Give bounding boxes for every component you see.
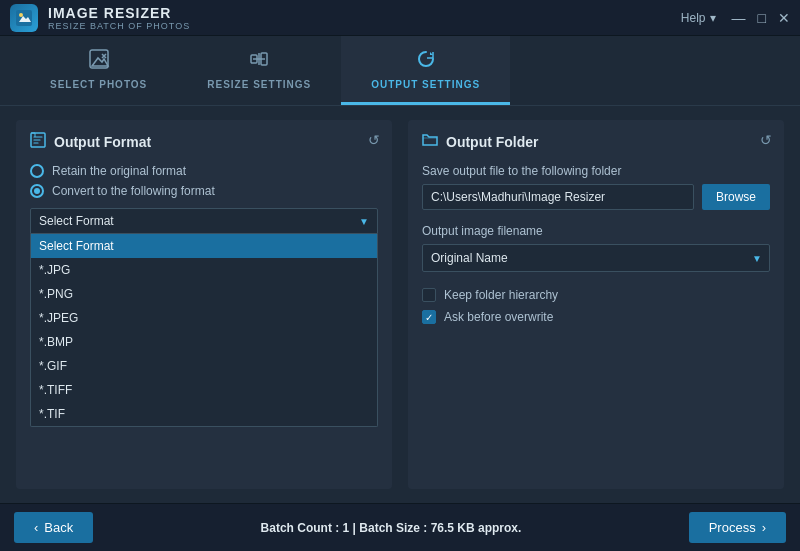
window-controls: — □ ✕ xyxy=(732,11,790,25)
output-folder-icon xyxy=(422,132,438,152)
convert-format-radio-circle xyxy=(30,184,44,198)
ask-overwrite-label: Ask before overwrite xyxy=(444,310,553,324)
help-button[interactable]: Help ▾ xyxy=(681,11,716,25)
filename-dropdown[interactable]: Original Name Custom Name Sequential xyxy=(422,244,770,272)
batch-count-prefix: Batch Count : xyxy=(261,521,343,535)
minimize-button[interactable]: — xyxy=(732,11,746,25)
filename-label: Output image filename xyxy=(422,224,770,238)
step-select-photos[interactable]: SELECT PHOTOS xyxy=(20,36,177,105)
output-folder-title: Output Folder xyxy=(446,134,539,150)
format-option-bmp[interactable]: *.BMP xyxy=(31,330,377,354)
output-settings-icon xyxy=(415,48,437,75)
ask-overwrite-checkbox[interactable]: ✓ Ask before overwrite xyxy=(422,310,770,324)
format-option-jpeg[interactable]: *.JPEG xyxy=(31,306,377,330)
step-select-photos-label: SELECT PHOTOS xyxy=(50,79,147,90)
convert-format-radio[interactable]: Convert to the following format xyxy=(30,184,378,198)
retain-format-label: Retain the original format xyxy=(52,164,186,178)
process-button[interactable]: Process › xyxy=(689,512,786,543)
process-label: Process xyxy=(709,520,756,535)
checkbox-group: Keep folder hierarchy ✓ Ask before overw… xyxy=(422,288,770,324)
keep-hierarchy-checkbox-box xyxy=(422,288,436,302)
step-resize-settings[interactable]: RESIZE SETTINGS xyxy=(177,36,341,105)
output-format-panel: Output Format ↺ Retain the original form… xyxy=(16,120,392,489)
folder-path-input[interactable] xyxy=(422,184,694,210)
help-chevron: ▾ xyxy=(710,11,716,25)
output-folder-panel: Output Folder ↺ Save output file to the … xyxy=(408,120,784,489)
app-subtitle: RESIZE BATCH OF PHOTOS xyxy=(48,21,190,31)
format-dropdown-arrow: ▼ xyxy=(359,216,369,227)
format-option-jpg[interactable]: *.JPG xyxy=(31,258,377,282)
output-format-refresh-button[interactable]: ↺ xyxy=(368,132,380,148)
output-folder-refresh-button[interactable]: ↺ xyxy=(760,132,772,148)
format-option-select[interactable]: Select Format xyxy=(31,234,377,258)
maximize-button[interactable]: □ xyxy=(758,11,766,25)
main-content: Output Format ↺ Retain the original form… xyxy=(0,106,800,503)
svg-point-1 xyxy=(19,13,23,17)
step-output-settings-label: OUTPUT SETTINGS xyxy=(371,79,480,90)
app-icon xyxy=(10,4,38,32)
back-label: Back xyxy=(44,520,73,535)
filename-dropdown-container: Original Name Custom Name Sequential ▼ xyxy=(422,244,770,272)
format-option-tif[interactable]: *.TIF xyxy=(31,402,377,426)
select-photos-icon xyxy=(88,48,110,75)
output-format-title: Output Format xyxy=(54,134,151,150)
ask-overwrite-checkbox-box: ✓ xyxy=(422,310,436,324)
batch-size-prefix: | Batch Size : xyxy=(349,521,430,535)
browse-button[interactable]: Browse xyxy=(702,184,770,210)
format-dropdown-container: Select Format ▼ Select Format *.JPG *.PN… xyxy=(30,208,378,427)
format-dropdown-value: Select Format xyxy=(39,214,349,228)
steps-navigation: SELECT PHOTOS RESIZE SETTINGS OUTPUT SET… xyxy=(0,36,800,106)
app-title: IMAGE RESIZER xyxy=(48,5,190,21)
format-radio-group: Retain the original format Convert to th… xyxy=(30,164,378,198)
format-option-tiff[interactable]: *.TIFF xyxy=(31,378,377,402)
back-arrow: ‹ xyxy=(34,520,38,535)
retain-format-radio[interactable]: Retain the original format xyxy=(30,164,378,178)
back-button[interactable]: ‹ Back xyxy=(14,512,93,543)
titlebar-text: IMAGE RESIZER RESIZE BATCH OF PHOTOS xyxy=(48,5,190,31)
titlebar: IMAGE RESIZER RESIZE BATCH OF PHOTOS Hel… xyxy=(0,0,800,36)
folder-input-row: Browse xyxy=(422,184,770,210)
keep-hierarchy-checkbox[interactable]: Keep folder hierarchy xyxy=(422,288,770,302)
help-label: Help xyxy=(681,11,706,25)
retain-format-radio-circle xyxy=(30,164,44,178)
step-resize-settings-label: RESIZE SETTINGS xyxy=(207,79,311,90)
titlebar-right: Help ▾ — □ ✕ xyxy=(681,11,790,25)
bottom-bar: ‹ Back Batch Count : 1 | Batch Size : 76… xyxy=(0,503,800,551)
batch-size: 76.5 KB approx. xyxy=(431,521,522,535)
batch-info: Batch Count : 1 | Batch Size : 76.5 KB a… xyxy=(261,521,522,535)
format-option-png[interactable]: *.PNG xyxy=(31,282,377,306)
titlebar-left: IMAGE RESIZER RESIZE BATCH OF PHOTOS xyxy=(10,4,190,32)
output-folder-header: Output Folder xyxy=(422,132,770,152)
keep-hierarchy-label: Keep folder hierarchy xyxy=(444,288,558,302)
convert-format-label: Convert to the following format xyxy=(52,184,215,198)
output-format-header: Output Format xyxy=(30,132,378,152)
step-output-settings[interactable]: OUTPUT SETTINGS xyxy=(341,36,510,105)
close-button[interactable]: ✕ xyxy=(778,11,790,25)
resize-settings-icon xyxy=(248,48,270,75)
format-option-gif[interactable]: *.GIF xyxy=(31,354,377,378)
output-format-icon xyxy=(30,132,46,152)
save-folder-label: Save output file to the following folder xyxy=(422,164,770,178)
format-dropdown-list: Select Format *.JPG *.PNG *.JPEG *.BMP *… xyxy=(30,234,378,427)
process-arrow: › xyxy=(762,520,766,535)
